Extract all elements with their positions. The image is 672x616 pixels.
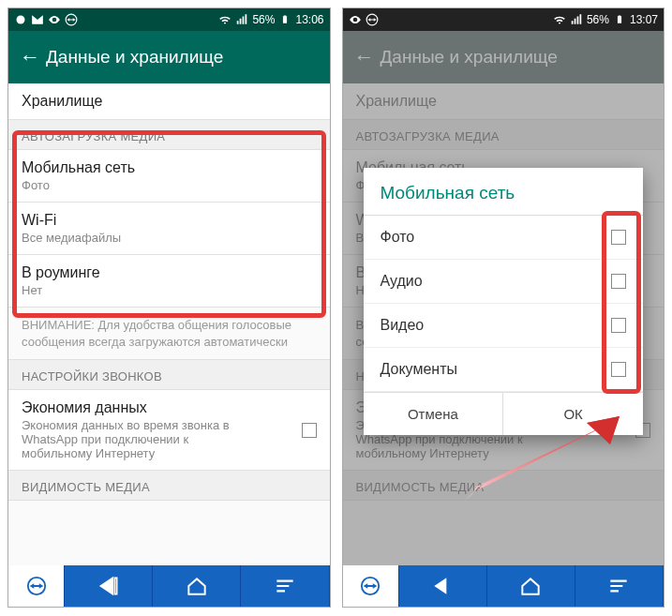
settings-content: Хранилище АВТОЗАГРУЗКА МЕДИА Мобильная с… bbox=[8, 83, 330, 565]
item-title: Мобильная сеть bbox=[22, 159, 317, 176]
battery-icon bbox=[278, 13, 291, 26]
roaming-item[interactable]: В роуминге Нет bbox=[8, 255, 330, 308]
navbar bbox=[8, 565, 330, 607]
storage-item[interactable]: Хранилище bbox=[8, 83, 330, 120]
item-title: В роуминге bbox=[22, 264, 317, 281]
section-autoload: АВТОЗАГРУЗКА МЕДИА bbox=[8, 120, 330, 150]
statusbar: 56% 13:07 bbox=[343, 8, 665, 31]
clock: 13:06 bbox=[295, 13, 323, 26]
teamviewer-icon bbox=[366, 13, 379, 26]
nav-home[interactable] bbox=[487, 565, 575, 607]
item-sub: Экономия данных во время звонка в WhatsA… bbox=[22, 418, 256, 460]
mail-icon bbox=[31, 13, 44, 26]
circle-icon bbox=[14, 13, 27, 26]
data-economy-item[interactable]: Экономия данных Экономия данных во время… bbox=[8, 390, 330, 471]
cancel-button[interactable]: Отмена bbox=[364, 393, 504, 435]
svg-point-0 bbox=[17, 16, 25, 24]
statusbar: 56% 13:06 bbox=[8, 8, 330, 31]
wifi-icon bbox=[218, 13, 231, 26]
item-title: Хранилище bbox=[22, 93, 317, 110]
phone-right: 56% 13:07 ← Данные и хранилище Хранилище… bbox=[342, 8, 665, 608]
back-button[interactable]: ← bbox=[20, 45, 46, 69]
nav-recent[interactable] bbox=[575, 565, 664, 607]
phone-left: 56% 13:06 ← Данные и хранилище Хранилище… bbox=[7, 8, 331, 608]
item-title: Wi-Fi bbox=[22, 212, 317, 229]
section-visibility: ВИДИМОСТЬ МЕДИА bbox=[8, 471, 330, 501]
eye-icon bbox=[349, 13, 362, 26]
dialog-title: Мобильная сеть bbox=[364, 168, 644, 216]
battery-icon bbox=[613, 13, 626, 26]
item-sub: Все медиафайлы bbox=[22, 231, 317, 245]
nav-back[interactable] bbox=[65, 565, 153, 607]
mobile-network-dialog: Мобильная сеть Фото Аудио Видео Документ… bbox=[364, 168, 644, 435]
nav-teamviewer[interactable] bbox=[343, 565, 399, 607]
section-calls: НАСТРОЙКИ ЗВОНКОВ bbox=[8, 360, 330, 390]
signal-icon bbox=[570, 13, 583, 26]
option-label: Видео bbox=[381, 317, 425, 334]
navbar bbox=[343, 565, 665, 607]
nav-home[interactable] bbox=[153, 565, 241, 607]
option-photo[interactable]: Фото bbox=[364, 216, 644, 260]
wifi-item[interactable]: Wi-Fi Все медиафайлы bbox=[8, 203, 330, 255]
option-label: Аудио bbox=[381, 273, 423, 290]
item-title: Экономия данных bbox=[22, 399, 317, 416]
nav-back[interactable] bbox=[399, 565, 487, 607]
eye-icon bbox=[48, 13, 61, 26]
audio-checkbox[interactable] bbox=[611, 274, 626, 289]
mobile-network-item[interactable]: Мобильная сеть Фото bbox=[8, 150, 330, 203]
option-docs[interactable]: Документы bbox=[364, 348, 644, 392]
dialog-buttons: Отмена ОК bbox=[364, 392, 644, 435]
economy-checkbox[interactable] bbox=[302, 423, 317, 438]
battery-percent: 56% bbox=[252, 13, 275, 26]
voice-note: ВНИМАНИЕ: Для удобства общения голосовые… bbox=[8, 308, 330, 360]
option-video[interactable]: Видео bbox=[364, 304, 644, 348]
item-sub: Нет bbox=[22, 283, 317, 297]
item-sub: Фото bbox=[22, 178, 317, 192]
video-checkbox[interactable] bbox=[611, 318, 626, 333]
clock: 13:07 bbox=[630, 13, 658, 26]
option-label: Документы bbox=[381, 361, 457, 378]
nav-teamviewer[interactable] bbox=[8, 565, 65, 607]
photo-checkbox[interactable] bbox=[611, 230, 626, 245]
option-audio[interactable]: Аудио bbox=[364, 260, 644, 304]
option-label: Фото bbox=[381, 229, 415, 246]
appbar: ← Данные и хранилище bbox=[8, 31, 330, 83]
battery-percent: 56% bbox=[587, 13, 609, 26]
appbar-title: Данные и хранилище bbox=[46, 47, 223, 68]
ok-button[interactable]: ОК bbox=[503, 393, 643, 435]
teamviewer-icon bbox=[65, 13, 78, 26]
wifi-icon bbox=[553, 13, 566, 26]
nav-recent[interactable] bbox=[241, 565, 329, 607]
signal-icon bbox=[235, 13, 248, 26]
docs-checkbox[interactable] bbox=[611, 362, 626, 377]
